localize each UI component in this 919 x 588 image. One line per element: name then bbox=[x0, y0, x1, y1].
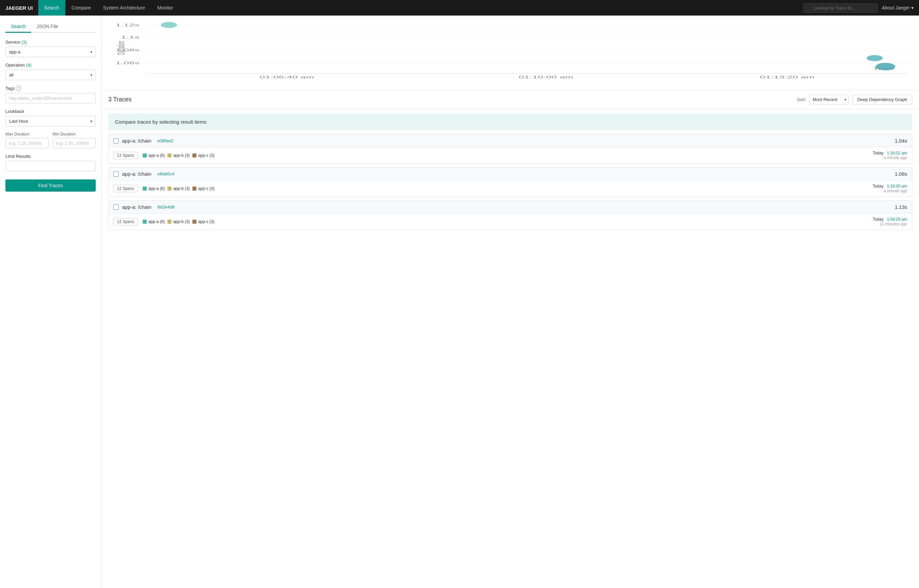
navbar: JAEGER UI Search Compare System Architec… bbox=[0, 0, 919, 16]
trace-cards-container: app-a: /chain e38fae2 1.04s 12 Spans app… bbox=[102, 134, 919, 230]
tab-json-file[interactable]: JSON File bbox=[31, 21, 63, 33]
trace-card-1: app-a: /chain e6eb0c4 1.06s 12 Spans app… bbox=[108, 167, 912, 197]
trace-time-today: Today bbox=[873, 217, 883, 222]
trace-checkbox[interactable] bbox=[113, 204, 119, 210]
find-traces-button[interactable]: Find Traces bbox=[5, 179, 96, 192]
lookback-label: Lookback bbox=[5, 109, 96, 114]
service-color-dot bbox=[143, 220, 147, 224]
scatter-dot-1[interactable] bbox=[867, 55, 883, 61]
service-badges: app-a (6) app-b (3) app-c (3) bbox=[143, 219, 214, 224]
service-badge: app-c (3) bbox=[193, 219, 214, 224]
service-badge: app-b (3) bbox=[167, 153, 190, 158]
tags-label: Tags ? bbox=[5, 86, 96, 91]
max-duration-label: Max Duration bbox=[5, 132, 49, 137]
main-content: 1.12s 1.1s 1.08s 1.06s Duration 01:06:40… bbox=[102, 16, 919, 588]
scatter-dot-0[interactable] bbox=[161, 22, 177, 28]
trace-card-body: 12 Spans app-a (6) app-b (3) app-c (3) T… bbox=[108, 181, 912, 197]
chart-area: 1.12s 1.1s 1.08s 1.06s Duration 01:06:40… bbox=[102, 16, 919, 90]
trace-time-exact: 1:04:29 am bbox=[887, 217, 907, 222]
tags-help-icon: ? bbox=[16, 86, 21, 91]
service-select-wrap: app-a bbox=[5, 47, 96, 57]
trace-checkbox[interactable] bbox=[113, 138, 119, 144]
x-label-2: 01:13:20 am bbox=[760, 75, 814, 79]
sort-select[interactable]: Most Recent Longest First Shortest First… bbox=[809, 95, 849, 104]
sort-label: Sort: bbox=[797, 97, 806, 102]
trace-time-info: Today 1:04:29 am 13 minutes ago bbox=[873, 217, 907, 226]
service-badge: app-b (3) bbox=[167, 219, 190, 224]
trace-checkbox[interactable] bbox=[113, 171, 119, 177]
trace-name: app-a: /chain bbox=[122, 171, 152, 177]
trace-duration: 1.13s bbox=[895, 204, 907, 210]
results-header: 3 Traces Sort: Most Recent Longest First… bbox=[102, 90, 919, 110]
limit-input[interactable]: 20 bbox=[5, 161, 96, 171]
tags-input[interactable] bbox=[5, 93, 96, 103]
trace-time-today: Today bbox=[873, 151, 883, 155]
trace-lookup-wrap: 🔍 bbox=[803, 3, 878, 13]
max-duration-col: Max Duration bbox=[5, 132, 49, 149]
nav-item-system-architecture[interactable]: System Architecture bbox=[97, 0, 152, 16]
sidebar-tabs: Search JSON File bbox=[5, 21, 96, 33]
trace-time-today: Today bbox=[873, 184, 883, 189]
trace-card-2: app-a: /chain 8d2e4d9 1.13s 12 Spans app… bbox=[108, 200, 912, 230]
trace-card-body: 12 Spans app-a (6) app-b (3) app-c (3) T… bbox=[108, 213, 912, 230]
trace-time-info: Today 1:16:02 am a minute ago bbox=[873, 151, 907, 160]
deep-dependency-graph-button[interactable]: Deep Dependency Graph bbox=[853, 95, 912, 104]
operation-label: Operation (4) bbox=[5, 63, 96, 68]
y-label-3: 1.06s bbox=[115, 61, 139, 65]
service-badge: app-c (3) bbox=[193, 186, 214, 191]
trace-name: app-a: /chain bbox=[122, 204, 152, 210]
service-color-dot bbox=[193, 153, 196, 157]
service-group: Service (3) app-a bbox=[5, 40, 96, 57]
service-color-dot bbox=[143, 187, 147, 191]
trace-duration: 1.06s bbox=[895, 171, 907, 177]
scatter-dot-2[interactable] bbox=[876, 63, 895, 70]
trace-id: e38fae2 bbox=[158, 138, 173, 143]
trace-id-input[interactable] bbox=[803, 3, 878, 13]
service-color-dot bbox=[193, 187, 196, 191]
trace-card-header[interactable]: app-a: /chain e38fae2 1.04s bbox=[108, 134, 912, 147]
trace-time-exact: 1:16:02 am bbox=[887, 151, 907, 155]
brand-logo: JAEGER UI bbox=[5, 5, 38, 11]
trace-card-header[interactable]: app-a: /chain 8d2e4d9 1.13s bbox=[108, 201, 912, 213]
y-axis-label: Duration bbox=[115, 41, 126, 55]
lookback-group: Lookback Last Hour Last 2 Hours Last 3 H… bbox=[5, 109, 96, 126]
x-label-1: 01:10:00 am bbox=[519, 75, 573, 79]
trace-card-header[interactable]: app-a: /chain e6eb0c4 1.06s bbox=[108, 168, 912, 181]
service-color-dot bbox=[167, 187, 172, 191]
service-color-dot bbox=[143, 153, 147, 157]
about-jaeger-menu[interactable]: About Jaeger ▾ bbox=[882, 5, 914, 10]
min-duration-label: Min Duration bbox=[53, 132, 96, 137]
trace-name: app-a: /chain bbox=[122, 138, 152, 144]
trace-time-exact: 1:16:00 am bbox=[887, 184, 907, 189]
service-badge: app-a (6) bbox=[143, 153, 165, 158]
service-color-dot bbox=[167, 220, 172, 224]
nav-item-search[interactable]: Search bbox=[38, 0, 65, 16]
trace-card-0: app-a: /chain e38fae2 1.04s 12 Spans app… bbox=[108, 134, 912, 164]
scatter-chart: 1.12s 1.1s 1.08s 1.06s Duration 01:06:40… bbox=[108, 21, 912, 82]
service-badges: app-a (6) app-b (3) app-c (3) bbox=[143, 186, 214, 191]
compare-banner: Compare traces by selecting result items bbox=[108, 113, 912, 130]
max-duration-input[interactable] bbox=[5, 138, 49, 149]
min-duration-input[interactable] bbox=[53, 138, 96, 149]
service-badge: app-c (3) bbox=[193, 153, 214, 158]
spans-badge: 12 Spans bbox=[113, 185, 138, 192]
operation-select[interactable]: all bbox=[5, 69, 96, 80]
lookback-select[interactable]: Last Hour Last 2 Hours Last 3 Hours Last… bbox=[5, 116, 96, 126]
y-label-0: 1.12s bbox=[115, 23, 139, 27]
service-select[interactable]: app-a bbox=[5, 47, 96, 57]
trace-card-body: 12 Spans app-a (6) app-b (3) app-c (3) T… bbox=[108, 147, 912, 163]
trace-id: 8d2e4d9 bbox=[158, 204, 175, 210]
main-layout: Search JSON File Service (3) app-a Opera… bbox=[0, 16, 919, 588]
lookback-select-wrap: Last Hour Last 2 Hours Last 3 Hours Last… bbox=[5, 116, 96, 126]
tags-group: Tags ? bbox=[5, 86, 96, 103]
sidebar: Search JSON File Service (3) app-a Opera… bbox=[0, 16, 102, 588]
service-color-dot bbox=[167, 153, 172, 157]
nav-item-compare[interactable]: Compare bbox=[65, 0, 97, 16]
trace-id: e6eb0c4 bbox=[158, 171, 175, 176]
min-duration-col: Min Duration bbox=[53, 132, 96, 149]
tab-search[interactable]: Search bbox=[5, 21, 31, 33]
service-badge: app-b (3) bbox=[167, 186, 190, 191]
nav-item-monitor[interactable]: Monitor bbox=[151, 0, 179, 16]
service-color-dot bbox=[193, 220, 196, 224]
operation-select-wrap: all bbox=[5, 69, 96, 80]
